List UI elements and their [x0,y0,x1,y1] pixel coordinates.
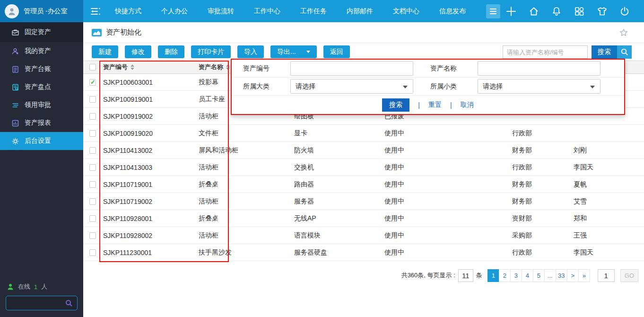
row-checkbox[interactable] [89,215,96,222]
filter-search-button[interactable]: 搜索 [382,98,409,112]
subcategory-select[interactable]: 请选择 [478,79,600,94]
advanced-search-icon[interactable] [617,45,632,59]
category-label: 所属大类 [243,82,290,91]
sidebar-item-label: 领用审批 [25,101,51,109]
column-header-asset-code[interactable]: 资产编号 [103,63,128,71]
chevron-down-icon [306,51,310,53]
row-checkbox[interactable] [89,198,96,205]
next-page-icon[interactable]: > [567,269,579,282]
pagination-total-label: 共360条, 每页显示 : [401,271,455,280]
asset-name-input[interactable] [478,61,600,76]
nav-item-document-center[interactable]: 文档中心 [383,0,429,22]
cell-asset-code: SJKP100919002 [102,113,198,120]
table-row[interactable]: SJKP110719002 活动柜 服务器 使用中 财务部 艾雪 [83,193,644,210]
table-row[interactable]: SJKP110928002 活动柜 语言模块 使用中 采购部 王强 [83,227,644,244]
nav-item-shortcuts[interactable]: 快捷方式 [105,0,151,22]
cell-status: 使用中 [383,129,511,138]
cell-department: 行政部 [511,129,573,138]
page-header: 资产初始化 [83,22,644,43]
row-checkbox[interactable] [89,96,96,103]
table-row[interactable]: SJKP100919020 文件柜 显卡 使用中 行政部 [83,125,644,142]
select-all-checkbox[interactable] [89,64,96,70]
row-checkbox[interactable] [89,232,96,239]
sidebar-item-fixed-assets[interactable]: 固定资产 [0,22,83,42]
theme-shirt-icon[interactable] [596,5,608,18]
asset-code-input[interactable] [290,61,413,76]
home-icon[interactable] [528,5,540,18]
quick-search-input[interactable] [503,45,588,59]
nav-item-internal-mail[interactable]: 内部邮件 [337,0,383,22]
cell-item: 交换机 [293,163,383,172]
apps-grid-icon[interactable] [573,5,585,18]
table-row[interactable]: SJKP110413002 屏风和活动柜 防火墙 使用中 财务部 刘刚 [83,142,644,159]
cell-person: 郑和 [573,214,644,223]
row-checkbox[interactable] [89,164,96,171]
sidebar-item-requisition-approval[interactable]: 领用审批 [0,96,83,114]
add-icon[interactable] [505,5,517,18]
row-checkbox[interactable] [89,181,96,188]
row-checkbox[interactable] [89,249,96,256]
page-button-2[interactable]: 2 [499,269,511,282]
page-button-4[interactable]: 4 [522,269,533,282]
quick-search-button[interactable]: 搜索 [592,45,617,59]
sidebar-item-backend-settings[interactable]: 后台设置 [0,132,83,150]
filter-reset-link[interactable]: 重置 [428,101,442,109]
table-row[interactable]: SJKP111230001 扶手黑沙发 服务器硬盘 使用中 行政部 李国天 [83,244,644,261]
subcategory-select-value: 请选择 [483,82,503,91]
cell-status: 使用中 [383,231,511,240]
user-avatar-icon [5,4,19,18]
row-checkbox[interactable] [89,79,96,86]
page-size-input[interactable] [458,269,473,282]
page-button-5[interactable]: 5 [533,269,545,282]
power-logout-icon[interactable] [618,5,631,18]
category-select-value: 请选择 [296,82,315,91]
sidebar-item-label: 我的资产 [25,47,51,55]
go-button[interactable]: GO [620,269,638,282]
sidebar-search-icon[interactable] [65,299,73,308]
nav-item-work-center[interactable]: 工作中心 [244,0,290,22]
category-select[interactable]: 请选择 [290,79,413,94]
page-button-33[interactable]: 33 [556,269,567,282]
nav-item-work-tasks[interactable]: 工作任务 [290,0,337,22]
notifications-bell-icon[interactable] [550,5,563,18]
new-button[interactable]: 新建 [92,45,118,58]
edit-button[interactable]: 修改 [125,45,151,58]
menu-collapse-icon[interactable] [86,0,105,22]
column-header-asset-name[interactable]: 资产名称 [199,63,223,71]
asset-name-label: 资产名称 [430,64,478,73]
sort-icon[interactable] [131,64,134,70]
sidebar-item-asset-inventory[interactable]: 资产盘点 [0,78,83,96]
page-number-group: 1 2 3 4 5 ... 33 > » [488,269,590,282]
sidebar-item-my-assets[interactable]: 我的资产 [0,42,83,60]
row-checkbox[interactable] [89,130,96,137]
online-unit: 人 [41,282,47,291]
cell-asset-code: SJKP110413002 [102,147,198,154]
back-button[interactable]: 返回 [323,45,350,58]
sort-icon[interactable] [226,64,230,70]
page-button-3[interactable]: 3 [510,269,522,282]
row-checkbox[interactable] [89,147,96,154]
favorite-star-icon[interactable] [619,28,628,37]
app-window: 管理员 -办公室 快捷方式 个人办公 审批流转 工作中心 工作任务 内部邮件 文… [0,0,644,317]
table-row[interactable]: SJKP110928001 折叠桌 无线AP 使用中 资财部 郑和 [83,210,644,227]
nav-item-info-publish[interactable]: 信息发布 [429,0,476,22]
table-row[interactable]: SJKP110413003 活动柜 交换机 使用中 行政部 李国天 [83,159,644,176]
more-menu-icon[interactable] [486,4,500,18]
page-button-1[interactable]: 1 [487,269,499,282]
goto-page-input[interactable] [598,269,615,282]
nav-item-approval-flow[interactable]: 审批流转 [198,0,244,22]
user-name: 管理员 -办公室 [24,7,68,16]
sidebar-item-asset-ledger[interactable]: 资产台账 [0,60,83,78]
cell-status: 使用中 [383,180,511,189]
filter-cancel-link[interactable]: 取消 [461,101,474,109]
export-dropdown-button[interactable]: 导出... [270,45,317,58]
row-checkbox[interactable] [89,113,96,120]
last-page-icon[interactable]: » [578,269,590,282]
table-row[interactable]: SJKP110719001 折叠桌 路由器 使用中 财务部 夏帆 [83,176,644,193]
import-button[interactable]: 导入 [237,45,264,58]
sidebar-item-asset-reports[interactable]: 资产报表 [0,114,83,132]
delete-button[interactable]: 删除 [158,45,184,58]
user-block[interactable]: 管理员 -办公室 [0,0,83,22]
nav-item-personal-office[interactable]: 个人办公 [151,0,198,22]
print-card-button[interactable]: 打印卡片 [191,45,231,58]
